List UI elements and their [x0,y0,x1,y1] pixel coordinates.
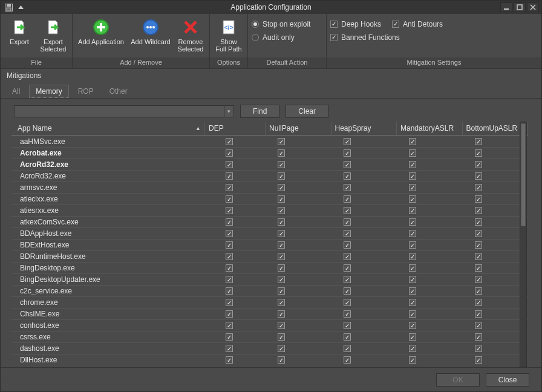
checkbox-icon[interactable] [226,276,233,283]
checkbox-icon[interactable] [226,172,233,180]
checkbox-icon[interactable] [409,253,416,260]
checkbox-icon[interactable] [344,172,351,180]
checkbox-icon[interactable] [475,218,482,226]
checkbox-icon[interactable] [475,149,482,157]
checkbox-icon[interactable] [475,299,482,306]
maximize-button[interactable] [514,2,526,12]
show-full-path-button[interactable]: </> Show Full Path [214,16,244,54]
table-row[interactable]: BDExtHost.exe [11,239,528,250]
checkbox-icon[interactable] [226,149,233,157]
checkbox-icon[interactable] [344,253,351,260]
checkbox-icon[interactable] [226,230,233,237]
column-mandatoryaslr[interactable]: MandatoryASLR [397,122,463,135]
checkbox-icon[interactable] [226,287,233,295]
check-deep-hooks[interactable]: Deep Hooks [330,20,381,28]
checkbox-icon[interactable] [226,333,233,341]
checkbox-icon[interactable] [409,138,416,145]
checkbox-icon[interactable] [475,161,482,168]
check-anti-detours[interactable]: Anti Detours [392,20,443,28]
checkbox-icon[interactable] [344,138,351,145]
table-row[interactable]: ChsIME.exe [11,308,528,319]
checkbox-icon[interactable] [475,253,482,260]
checkbox-icon[interactable] [409,264,416,272]
checkbox-icon[interactable] [226,322,233,329]
checkbox-icon[interactable] [344,195,351,203]
checkbox-icon[interactable] [409,184,416,191]
checkbox-icon[interactable] [409,149,416,157]
table-row[interactable]: BingDesktopUpdater.exe [11,273,528,285]
table-row[interactable]: atieclxx.exe [11,193,528,204]
tab-other[interactable]: Other [103,85,134,98]
checkbox-icon[interactable] [278,149,285,157]
close-button[interactable]: Close [486,373,529,387]
checkbox-icon[interactable] [226,195,233,203]
table-row[interactable]: atiesrxx.exe [11,204,528,216]
checkbox-icon[interactable] [344,207,351,214]
checkbox-icon[interactable] [278,322,285,329]
checkbox-icon[interactable] [475,172,482,180]
collapse-ribbon-icon[interactable] [16,3,25,11]
tab-all[interactable]: All [5,85,27,98]
table-row[interactable]: BDAppHost.exe [11,227,528,239]
checkbox-icon[interactable] [278,230,285,237]
vertical-scrollbar[interactable] [520,122,527,367]
checkbox-icon[interactable] [344,299,351,306]
radio-stop-on-exploit[interactable]: Stop on exploit [252,20,310,28]
checkbox-icon[interactable] [409,322,416,329]
checkbox-icon[interactable] [475,138,482,145]
checkbox-icon[interactable] [475,207,482,214]
checkbox-icon[interactable] [226,138,233,145]
checkbox-icon[interactable] [278,333,285,341]
checkbox-icon[interactable] [344,276,351,283]
checkbox-icon[interactable] [344,310,351,318]
checkbox-icon[interactable] [344,184,351,191]
checkbox-icon[interactable] [344,322,351,329]
close-window-button[interactable] [527,2,539,12]
column-bottomupaslr[interactable]: BottomUpASLR [463,122,529,135]
column-app-name[interactable]: App Name ▲ [11,122,205,135]
checkbox-icon[interactable] [226,161,233,168]
add-wildcard-button[interactable]: Add Wildcard [129,16,172,47]
checkbox-icon[interactable] [409,218,416,226]
checkbox-icon[interactable] [475,287,482,295]
checkbox-icon[interactable] [475,230,482,237]
checkbox-icon[interactable] [475,241,482,249]
checkbox-icon[interactable] [475,264,482,272]
checkbox-icon[interactable] [278,172,285,180]
checkbox-icon[interactable] [475,310,482,318]
checkbox-icon[interactable] [475,184,482,191]
minimize-button[interactable] [500,2,512,12]
tab-rop[interactable]: ROP [71,85,100,98]
table-row[interactable]: chrome.exe [11,296,528,308]
checkbox-icon[interactable] [409,333,416,341]
column-dep[interactable]: DEP [205,122,266,135]
table-row[interactable]: armsvc.exe [11,181,528,193]
checkbox-icon[interactable] [409,207,416,214]
table-row[interactable]: c2c_service.exe [11,285,528,296]
checkbox-icon[interactable] [226,241,233,249]
table-row[interactable]: conhost.exe [11,319,528,331]
checkbox-icon[interactable] [278,264,285,272]
checkbox-icon[interactable] [409,241,416,249]
dropdown-arrow-icon[interactable]: ▾ [224,105,234,117]
search-input[interactable] [14,105,224,117]
checkbox-icon[interactable] [344,264,351,272]
add-application-button[interactable]: Add Application [76,16,126,47]
checkbox-icon[interactable] [278,184,285,191]
table-row[interactable]: AcroRd32.exe [11,158,528,170]
checkbox-icon[interactable] [409,299,416,306]
scroll-thumb[interactable] [521,123,526,226]
checkbox-icon[interactable] [475,195,482,203]
checkbox-icon[interactable] [344,241,351,249]
checkbox-icon[interactable] [278,161,285,168]
find-button[interactable]: Find [240,105,279,118]
checkbox-icon[interactable] [226,356,233,364]
checkbox-icon[interactable] [475,333,482,341]
checkbox-icon[interactable] [226,218,233,226]
table-row[interactable]: AcroRd32.exe [11,170,528,181]
checkbox-icon[interactable] [409,345,416,352]
clear-button[interactable]: Clear [286,105,328,118]
checkbox-icon[interactable] [278,195,285,203]
checkbox-icon[interactable] [409,230,416,237]
checkbox-icon[interactable] [344,161,351,168]
